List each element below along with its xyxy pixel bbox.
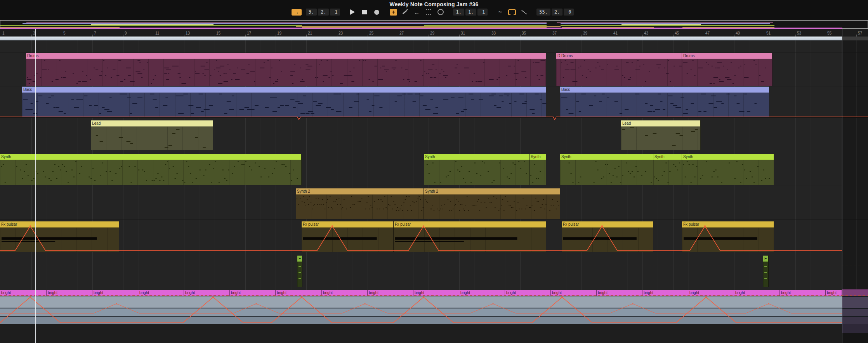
overdub-button[interactable]: + [390, 9, 397, 16]
bright-clip-content-band [0, 308, 842, 316]
clip-title-bar: Lead [91, 120, 213, 127]
arrangement-overview[interactable] [0, 20, 868, 29]
clip-bright[interactable]: bright [734, 290, 780, 296]
clip-synth-2[interactable]: Synth 2 [424, 188, 560, 219]
clip-bright[interactable]: bright [505, 290, 551, 296]
clip-label: Synth [529, 154, 546, 159]
clip-bright[interactable]: bright [230, 290, 276, 296]
arrangement-position-display[interactable]: 3. 2. 1 [306, 9, 340, 16]
clip-bright[interactable]: bright [597, 290, 642, 296]
clip-label: bright [780, 290, 825, 295]
position-bars[interactable]: 3. [306, 9, 317, 16]
arrangement-end-marker[interactable] [842, 29, 842, 343]
ruler-bar-number: 5 [63, 31, 66, 35]
clip-bright[interactable]: bright [826, 290, 842, 296]
clip-f[interactable]: F [297, 256, 302, 287]
clip-lead[interactable]: Lead [621, 120, 701, 150]
clip-bright[interactable]: bright [276, 290, 322, 296]
ruler-bar-number: 35 [522, 31, 526, 35]
clip-d[interactable]: D [556, 53, 560, 86]
clip-drums[interactable]: Drums [560, 53, 682, 86]
set-title: Weekly Note Composing Jam #36 [0, 0, 868, 7]
clip-label: F [763, 256, 768, 261]
clip-label: Fx pulsar [302, 221, 393, 227]
beat-time-ruler[interactable]: 1357911131517192123252729313335373941434… [0, 29, 868, 37]
loop-start-display[interactable]: 1. 1. 1 [453, 9, 488, 16]
loop-brace[interactable] [0, 37, 842, 40]
loop-start-sixteenths[interactable]: 1 [477, 9, 488, 16]
loop-length-sixteenths[interactable]: 0 [564, 9, 574, 16]
clip-synth-2[interactable]: Synth 2 [296, 188, 424, 219]
clip-drums[interactable]: Drums [682, 53, 773, 86]
back-to-arrangement-button[interactable]: ← [412, 9, 421, 16]
draw-mode-button[interactable] [400, 9, 409, 16]
clip-title-bar: Synth [653, 154, 682, 160]
ruler-bar-number: 49 [736, 31, 740, 35]
clip-synth[interactable]: Synth [0, 154, 302, 185]
clip-title-bar: Bass [22, 87, 546, 93]
follow-button[interactable]: → [292, 9, 302, 16]
clip-bright[interactable]: bright [368, 290, 413, 296]
clip-bright[interactable]: bright [184, 290, 230, 296]
clip-bright[interactable]: bright [413, 290, 459, 296]
clip-bright[interactable]: bright [551, 290, 597, 296]
clip-synth[interactable]: Synth [682, 154, 774, 185]
clip-title-bar: bright [322, 290, 367, 296]
loop-length-display[interactable]: 55. 2. 0 [536, 9, 574, 16]
ramp-icon [521, 10, 527, 14]
clip-label: Lead [91, 120, 213, 126]
loop-button[interactable] [507, 9, 517, 16]
clip-bright[interactable]: bright [688, 290, 734, 296]
clip-title-bar: bright [734, 290, 779, 296]
clip-bright[interactable]: bright [642, 290, 688, 296]
clip-notes-area [653, 160, 682, 185]
loop-start-bars[interactable]: 1. [453, 9, 464, 16]
clip-synth[interactable]: Synth [560, 154, 653, 185]
clip-fx-pulsar[interactable]: Fx pulsar [0, 221, 119, 252]
clip-fx-pulsar[interactable]: Fx pulsar [302, 221, 394, 252]
clip-notes-area [22, 93, 546, 117]
play-button[interactable] [348, 9, 357, 16]
plus-icon: + [392, 9, 395, 15]
loop-length-beats[interactable]: 2. [552, 9, 562, 16]
clip-fx-pulsar[interactable]: Fx pulsar [562, 221, 653, 252]
clip-label: bright [322, 290, 367, 295]
clip-bright[interactable]: bright [138, 290, 184, 296]
clip-synth[interactable]: Synth [653, 154, 682, 185]
clip-drums[interactable]: Drums [26, 53, 546, 86]
clip-fx-pulsar[interactable]: Fx pulsar [394, 221, 546, 252]
clip-label: bright [0, 290, 46, 295]
punch-in-button[interactable] [424, 9, 433, 16]
clip-label: F [297, 256, 302, 261]
clip-lead[interactable]: Lead [91, 120, 213, 150]
clip-bass[interactable]: Bass [22, 87, 546, 117]
position-beats[interactable]: 2. [318, 9, 329, 16]
clip-fx-pulsar[interactable]: Fx pulsar [682, 221, 774, 252]
loop-start-beats[interactable]: 1. [465, 9, 476, 16]
clip-bright[interactable]: bright [0, 290, 47, 296]
position-sixteenths[interactable]: 1 [330, 9, 340, 16]
clip-f[interactable]: F [763, 256, 769, 287]
playhead[interactable] [35, 29, 36, 343]
clip-title-bar: D [556, 53, 560, 59]
capture-midi-button[interactable] [436, 9, 445, 16]
clip-label: Bass [22, 87, 546, 92]
clip-title-bar: bright [368, 290, 413, 296]
clip-title-bar: bright [184, 290, 229, 296]
bright-clip-content[interactable] [0, 296, 842, 324]
clip-bright[interactable]: bright [322, 290, 368, 296]
clip-bright[interactable]: bright [92, 290, 138, 296]
loop-length-bars[interactable]: 55. [536, 9, 550, 16]
clip-bass[interactable]: Bass [560, 87, 769, 117]
clip-bright[interactable]: bright [47, 290, 92, 296]
arrangement-area[interactable]: DrumsDDrumsDrumsBassBassLeadLeadSynthSyn… [0, 40, 868, 343]
clip-bright[interactable]: bright [459, 290, 505, 296]
ruler-bar-number: 29 [430, 31, 434, 35]
stop-button[interactable] [360, 9, 369, 16]
clip-bright[interactable]: bright [780, 290, 826, 296]
clip-synth[interactable]: Synth [424, 154, 529, 185]
punch-switch-button[interactable]: ~ [495, 9, 505, 16]
fade-ramp-button[interactable] [519, 9, 529, 16]
clip-synth[interactable]: Synth [529, 154, 546, 185]
record-button[interactable] [372, 9, 381, 16]
